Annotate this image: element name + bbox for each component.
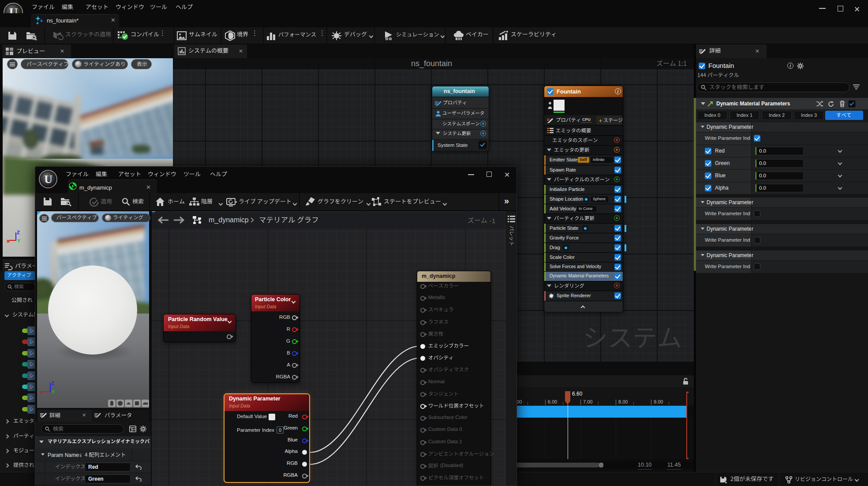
- svg-text:Z: Z: [17, 230, 20, 235]
- svg-text:✕: ✕: [6, 239, 10, 244]
- svg-text:U: U: [44, 173, 52, 186]
- svg-text:Y: Y: [52, 389, 55, 395]
- svg-text:Z: Z: [51, 381, 54, 386]
- svg-text:✕: ✕: [40, 390, 44, 395]
- svg-text:Y: Y: [17, 238, 21, 243]
